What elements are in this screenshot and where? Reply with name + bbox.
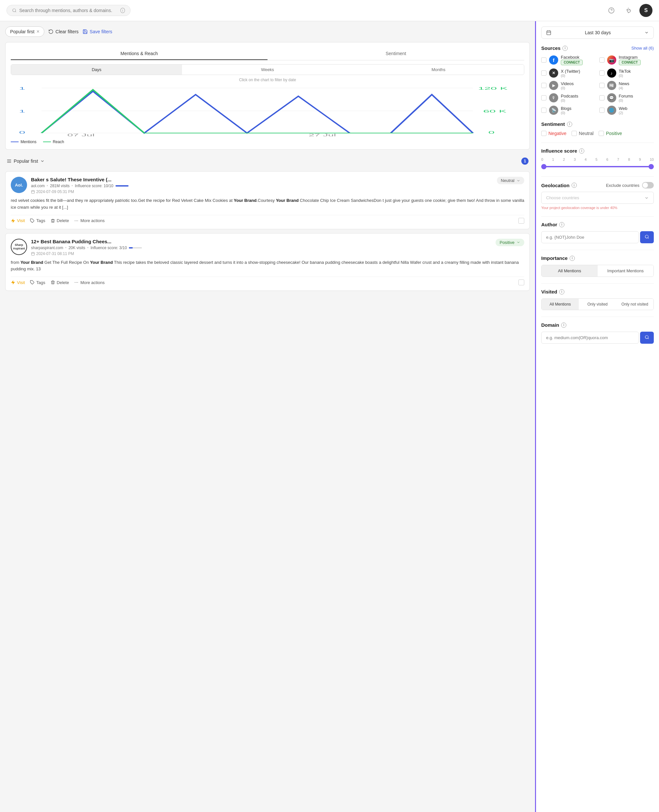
save-filters-button[interactable]: Save filters bbox=[82, 29, 112, 34]
importance-important-button[interactable]: Important Mentions bbox=[598, 265, 654, 277]
positive-checkbox[interactable] bbox=[599, 131, 604, 136]
search-input[interactable] bbox=[19, 8, 118, 13]
remove-tag-icon[interactable]: × bbox=[36, 29, 39, 35]
plugin-button[interactable] bbox=[623, 5, 634, 16]
sentiment-options: Negative Neutral Positive bbox=[541, 131, 654, 136]
influence-track-2 bbox=[129, 247, 142, 249]
delete-button-2[interactable]: Delete bbox=[50, 280, 69, 285]
importance-all-button[interactable]: All Mentions bbox=[542, 265, 598, 277]
source-item-twitter: ✕ X (Twitter) (0) bbox=[541, 68, 596, 78]
article-actions: Visit Tags Delete More actions bbox=[11, 215, 524, 224]
search-info-icon[interactable]: i bbox=[120, 8, 125, 13]
domain-info-icon[interactable]: i bbox=[561, 323, 566, 328]
calendar-icon-2 bbox=[31, 252, 35, 256]
sentiment-positive-opt[interactable]: Positive bbox=[599, 131, 622, 136]
source-checkbox-tiktok[interactable] bbox=[599, 71, 604, 76]
sources-grid: f Facebook CONNECT 📷 Instagram CONNECT ✕ bbox=[541, 55, 654, 115]
source-item-facebook: f Facebook CONNECT bbox=[541, 55, 596, 65]
popular-first-tag[interactable]: Popular first × bbox=[5, 27, 44, 37]
tab-months[interactable]: Months bbox=[353, 65, 524, 75]
author-search-button[interactable] bbox=[640, 231, 654, 243]
reach-line bbox=[43, 142, 51, 142]
svg-rect-26 bbox=[32, 252, 35, 255]
tab-days[interactable]: Days bbox=[11, 65, 182, 75]
visited-info-icon[interactable]: i bbox=[559, 289, 564, 294]
exclude-toggle[interactable] bbox=[642, 182, 654, 189]
visited-not-visited-button[interactable]: Only not visited bbox=[616, 299, 653, 310]
source-checkbox-web[interactable] bbox=[599, 108, 604, 113]
article-body-2: from Your Brand Get The Full Recipe On Y… bbox=[11, 259, 524, 273]
source-checkbox-news[interactable] bbox=[599, 83, 604, 88]
visited-all-button[interactable]: All Mentions bbox=[542, 299, 579, 310]
negative-checkbox[interactable] bbox=[541, 131, 547, 136]
domain-search-button[interactable] bbox=[640, 332, 654, 344]
sentiment-info-icon[interactable]: i bbox=[567, 122, 572, 127]
delete-button[interactable]: Delete bbox=[50, 218, 69, 223]
source-checkbox-instagram[interactable] bbox=[599, 57, 604, 63]
source-item-podcasts: 🎙 Podcasts (0) bbox=[541, 93, 596, 102]
avatar[interactable]: S bbox=[639, 4, 653, 17]
country-select[interactable]: Choose countries bbox=[541, 192, 654, 204]
sentiment-badge-2[interactable]: Positive bbox=[495, 239, 524, 246]
tags-button[interactable]: Tags bbox=[30, 218, 45, 223]
date-picker[interactable]: Last 30 days bbox=[541, 27, 654, 39]
geo-info-icon[interactable]: i bbox=[572, 183, 577, 188]
search-icon bbox=[12, 8, 17, 13]
author-input-row bbox=[541, 231, 654, 243]
article-date: 2024-07-09 05:31 PM bbox=[31, 189, 493, 194]
sentiment-section: Sentiment i Negative Neutral Positive bbox=[541, 121, 654, 136]
author-input[interactable] bbox=[541, 231, 639, 243]
sentiment-neutral-opt[interactable]: Neutral bbox=[572, 131, 593, 136]
source-checkbox-videos[interactable] bbox=[541, 83, 547, 88]
more-actions-button-2[interactable]: More actions bbox=[74, 280, 104, 285]
time-tabs: Days Weeks Months bbox=[11, 64, 524, 75]
influence-track bbox=[115, 185, 129, 187]
help-button[interactable] bbox=[605, 5, 617, 16]
source-item-videos: ▶ Videos (0) bbox=[541, 81, 596, 90]
article-header: Aol. Baker s Salute! These Inventive (..… bbox=[11, 177, 524, 194]
article-checkbox-2[interactable] bbox=[519, 280, 524, 285]
sentiment-badge[interactable]: Neutral bbox=[497, 177, 524, 184]
tab-sentiment[interactable]: Sentiment bbox=[268, 47, 524, 60]
sources-info-icon[interactable]: i bbox=[563, 46, 568, 51]
neutral-checkbox[interactable] bbox=[572, 131, 577, 136]
source-checkbox-podcasts[interactable] bbox=[541, 95, 547, 101]
tab-weeks[interactable]: Weeks bbox=[182, 65, 353, 75]
tab-mentions-reach[interactable]: Mentions & Reach bbox=[11, 47, 268, 60]
range-thumb-left[interactable] bbox=[541, 164, 547, 169]
more-actions-button[interactable]: More actions bbox=[74, 218, 104, 223]
sentiment-negative-opt[interactable]: Negative bbox=[541, 131, 566, 136]
sort-button[interactable]: Popular first bbox=[6, 159, 45, 164]
svg-marker-30 bbox=[11, 280, 15, 284]
instagram-connect-badge[interactable]: CONNECT bbox=[619, 60, 641, 65]
source-checkbox-twitter[interactable] bbox=[541, 71, 547, 76]
article-info: Baker s Salute! These Inventive (... aol… bbox=[31, 177, 493, 194]
facebook-connect-badge[interactable]: CONNECT bbox=[561, 60, 583, 65]
source-checkbox-blogs[interactable] bbox=[541, 108, 547, 113]
source-checkbox-facebook[interactable] bbox=[541, 57, 547, 63]
author-info-icon[interactable]: i bbox=[559, 222, 564, 227]
svg-point-23 bbox=[75, 220, 76, 221]
legend-mentions-label: Mentions bbox=[20, 140, 36, 144]
article-checkbox[interactable] bbox=[519, 218, 524, 224]
tags-button-2[interactable]: Tags bbox=[30, 280, 45, 285]
article-body: red velvet cookies fit the bill—and they… bbox=[11, 197, 524, 211]
svg-point-34 bbox=[78, 282, 78, 283]
visited-only-visited-button[interactable]: Only visited bbox=[579, 299, 616, 310]
domain-input[interactable] bbox=[541, 332, 639, 344]
range-thumb-right[interactable] bbox=[648, 164, 654, 169]
article-info-2: 12+ Best Banana Pudding Chees... sharpas… bbox=[31, 239, 492, 256]
visit-button-2[interactable]: Visit bbox=[11, 280, 25, 285]
visit-button[interactable]: Visit bbox=[11, 218, 25, 223]
clear-filters-label: Clear filters bbox=[55, 29, 79, 34]
clear-filters-button[interactable]: Clear filters bbox=[48, 29, 79, 34]
importance-info-icon[interactable]: i bbox=[570, 256, 575, 261]
search-bar[interactable]: i bbox=[6, 5, 131, 16]
instagram-icon: 📷 bbox=[607, 55, 616, 65]
mentions-line bbox=[11, 142, 19, 142]
influence-info-icon[interactable]: i bbox=[579, 148, 584, 154]
show-all-button[interactable]: Show all (6) bbox=[631, 46, 654, 50]
svg-rect-17 bbox=[32, 190, 35, 194]
source-checkbox-forums[interactable] bbox=[599, 95, 604, 101]
svg-rect-35 bbox=[547, 31, 551, 35]
